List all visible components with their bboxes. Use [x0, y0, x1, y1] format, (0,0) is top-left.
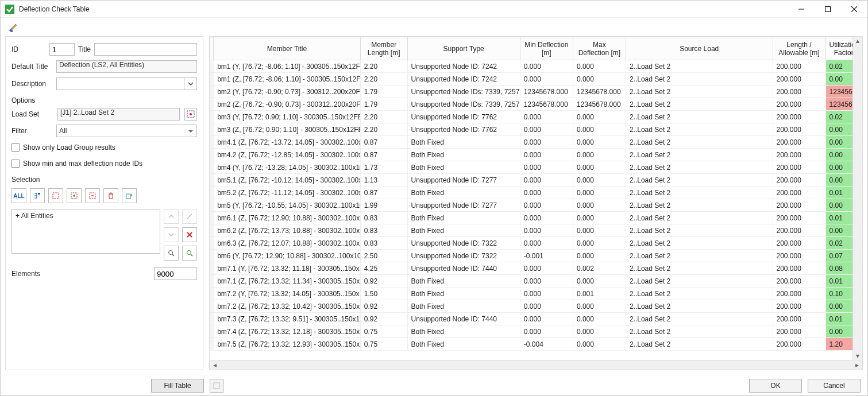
- table-row[interactable]: bm6.1 (Z, [76.72; 12.90; 10.88] - 300302…: [210, 212, 862, 224]
- scroll-left-icon[interactable]: ◂: [211, 361, 219, 369]
- table-cell[interactable]: 0.000: [520, 174, 573, 187]
- table-cell[interactable]: 2..Load Set 2: [626, 300, 773, 313]
- show-group-checkbox[interactable]: [11, 143, 20, 152]
- move-up-icon[interactable]: [164, 209, 179, 224]
- id-input[interactable]: [49, 43, 75, 56]
- table-cell[interactable]: 200.000: [773, 161, 825, 174]
- table-row[interactable]: bm5 (Y, [76.72; -10.55; 14.05] - 300302.…: [210, 199, 862, 212]
- table-row[interactable]: bm7.1 (Z, [76.72; 13.32; 11.34] - 300305…: [210, 275, 862, 288]
- table-cell[interactable]: 0.000: [520, 300, 573, 313]
- table-cell[interactable]: bm7.5 (Z, [76.72; 13.32; 12.93] - 300305…: [214, 338, 361, 351]
- show-minmax-checkbox[interactable]: [11, 160, 20, 168]
- table-cell[interactable]: 0.000: [573, 73, 626, 86]
- table-cell[interactable]: 0.000: [573, 187, 626, 199]
- table-cell[interactable]: 200.000: [773, 174, 825, 187]
- table-row[interactable]: bm7.5 (Z, [76.72; 13.32; 12.93] - 300305…: [210, 338, 862, 351]
- select-rect-remove-icon[interactable]: [85, 188, 100, 203]
- table-row[interactable]: bm7.2 (Y, [76.72; 13.32; 14.05] - 300305…: [210, 288, 862, 300]
- table-cell[interactable]: 0.83: [360, 224, 407, 237]
- table-cell[interactable]: 200.000: [773, 237, 825, 250]
- table-cell[interactable]: 0.000: [573, 123, 626, 136]
- table-cell[interactable]: 0.75: [360, 325, 407, 338]
- delete-item-icon[interactable]: [182, 227, 197, 242]
- table-cell[interactable]: -0.001: [520, 250, 573, 262]
- table-row[interactable]: bm4 (Y, [76.72; -13.28; 14.05] - 300302.…: [210, 161, 862, 174]
- table-cell[interactable]: 0.000: [573, 313, 626, 325]
- minimize-button[interactable]: [788, 1, 815, 18]
- table-cell[interactable]: 2..Load Set 2: [626, 224, 773, 237]
- table-cell[interactable]: 0.002: [573, 262, 626, 275]
- table-cell[interactable]: 0.000: [520, 325, 573, 338]
- table-cell[interactable]: 200.000: [773, 300, 825, 313]
- table-cell[interactable]: 0.000: [520, 60, 573, 73]
- table-cell[interactable]: Unsupported Node IDs: 7339, 7257: [407, 86, 520, 98]
- selection-list[interactable]: + All Entities: [11, 209, 160, 254]
- table-cell[interactable]: 0.83: [360, 237, 407, 250]
- table-cell[interactable]: Unsupported Node ID: 7440: [407, 313, 520, 325]
- table-cell[interactable]: bm7.4 (Z, [76.72; 13.32; 12.18] - 300305…: [214, 325, 361, 338]
- table-cell[interactable]: 2..Load Set 2: [626, 60, 773, 73]
- table-cell[interactable]: 0.000: [520, 262, 573, 275]
- table-cell[interactable]: bm5.1 (Z, [76.72; -10.12; 14.05] - 30030…: [214, 174, 361, 187]
- table-cell[interactable]: 200.000: [773, 136, 825, 149]
- table-cell[interactable]: 200.000: [773, 313, 825, 325]
- horizontal-scrollbar[interactable]: ◂ ▸: [210, 360, 862, 370]
- col-max-deflection[interactable]: Max Deflection [m]: [573, 37, 626, 60]
- table-cell[interactable]: Both Fixed: [407, 325, 520, 338]
- table-cell[interactable]: 0.000: [520, 212, 573, 224]
- table-cell[interactable]: 0.000: [520, 187, 573, 199]
- selection-export-icon[interactable]: [122, 188, 137, 203]
- table-row[interactable]: bm5.2 (Z, [76.72; -11.12; 14.05] - 30030…: [210, 187, 862, 199]
- table-cell[interactable]: 0.000: [520, 224, 573, 237]
- table-cell[interactable]: 0.000: [573, 224, 626, 237]
- col-member-title[interactable]: Member Title: [214, 37, 361, 60]
- vertical-scrollbar[interactable]: ▴ ▾: [852, 37, 862, 360]
- table-cell[interactable]: 0.000: [573, 161, 626, 174]
- table-cell[interactable]: bm2 (Z, [76.72; -0.90; 0.73] - 300312..2…: [214, 98, 361, 111]
- table-cell[interactable]: Both Fixed: [407, 288, 520, 300]
- selection-list-item[interactable]: + All Entities: [16, 212, 156, 220]
- table-cell[interactable]: 0.000: [520, 199, 573, 212]
- table-cell[interactable]: 2..Load Set 2: [626, 262, 773, 275]
- table-row[interactable]: bm6 (Y, [76.72; 12.90; 10.88] - 300302..…: [210, 250, 862, 262]
- table-cell[interactable]: 0.000: [573, 325, 626, 338]
- table-row[interactable]: bm7.4 (Z, [76.72; 13.32; 12.18] - 300305…: [210, 325, 862, 338]
- table-cell[interactable]: 2.20: [360, 111, 407, 123]
- table-cell[interactable]: 2..Load Set 2: [626, 149, 773, 161]
- table-cell[interactable]: bm3 (Y, [76.72; 0.90; 1.10] - 300305..15…: [214, 111, 361, 123]
- table-cell[interactable]: 0.000: [573, 237, 626, 250]
- table-cell[interactable]: bm7.2 (Y, [76.72; 13.32; 14.05] - 300305…: [214, 288, 361, 300]
- table-cell[interactable]: 0.87: [360, 149, 407, 161]
- table-cell[interactable]: bm6 (Y, [76.72; 12.90; 10.88] - 300302..…: [214, 250, 361, 262]
- table-cell[interactable]: 1.79: [360, 86, 407, 98]
- table-cell[interactable]: 2..Load Set 2: [626, 187, 773, 199]
- table-cell[interactable]: bm5.2 (Z, [76.72; -11.12; 14.05] - 30030…: [214, 187, 361, 199]
- selection-delete-icon[interactable]: [103, 188, 118, 203]
- table-row[interactable]: bm5.1 (Z, [76.72; -10.12; 14.05] - 30030…: [210, 174, 862, 187]
- table-cell[interactable]: Unsupported Node ID: 7322: [407, 250, 520, 262]
- table-cell[interactable]: 2..Load Set 2: [626, 237, 773, 250]
- table-cell[interactable]: 200.000: [773, 149, 825, 161]
- table-cell[interactable]: 0.000: [520, 313, 573, 325]
- table-cell[interactable]: 2..Load Set 2: [626, 288, 773, 300]
- table-cell[interactable]: 12345678.000: [573, 98, 626, 111]
- table-row[interactable]: bm3 (Z, [76.72; 0.90; 1.10] - 300305..15…: [210, 123, 862, 136]
- table-cell[interactable]: 2..Load Set 2: [626, 199, 773, 212]
- table-cell[interactable]: Both Fixed: [407, 136, 520, 149]
- scroll-right-icon[interactable]: ▸: [853, 361, 861, 369]
- table-cell[interactable]: 0.000: [573, 174, 626, 187]
- table-cell[interactable]: Unsupported Node ID: 7242: [407, 73, 520, 86]
- table-cell[interactable]: 200.000: [773, 123, 825, 136]
- table-cell[interactable]: bm7.3 (Z, [76.72; 13.32; 9.51] - 300305.…: [214, 313, 361, 325]
- table-cell[interactable]: 0.000: [573, 136, 626, 149]
- table-cell[interactable]: bm6.1 (Z, [76.72; 12.90; 10.88] - 300302…: [214, 212, 361, 224]
- table-cell[interactable]: 2..Load Set 2: [626, 98, 773, 111]
- table-cell[interactable]: 0.92: [360, 313, 407, 325]
- zoom-green-icon[interactable]: [182, 246, 197, 261]
- table-cell[interactable]: Both Fixed: [407, 275, 520, 288]
- table-cell[interactable]: 0.000: [520, 73, 573, 86]
- table-cell[interactable]: 1.79: [360, 98, 407, 111]
- table-cell[interactable]: 200.000: [773, 224, 825, 237]
- table-cell[interactable]: Both Fixed: [407, 338, 520, 351]
- maximize-button[interactable]: [815, 1, 841, 18]
